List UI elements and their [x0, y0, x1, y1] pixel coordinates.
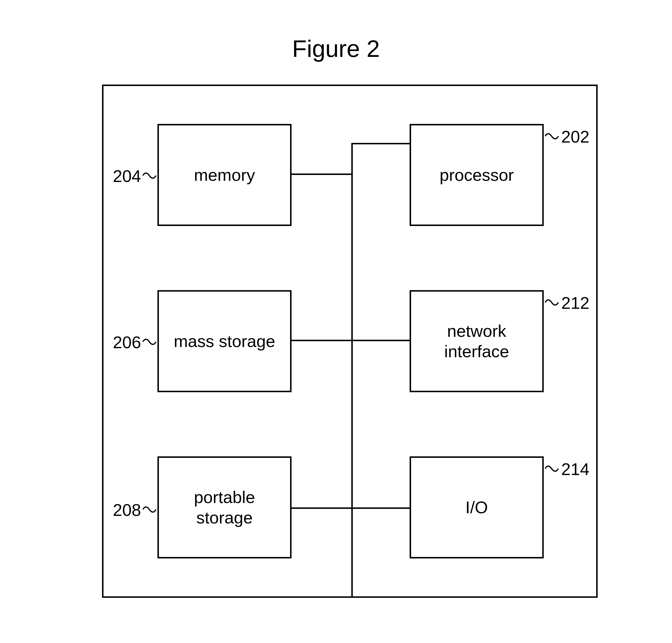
- ref-portable-storage: 208: [113, 500, 141, 520]
- connector-processor: [352, 143, 411, 144]
- ref-mass-storage: 206: [113, 332, 141, 352]
- block-memory: memory: [157, 124, 292, 226]
- ref-io: 214: [561, 459, 589, 479]
- squiggle-io: [544, 462, 560, 475]
- connector-mass-storage: [292, 340, 352, 341]
- squiggle-memory: [142, 169, 157, 182]
- figure-title: Figure 2: [292, 35, 380, 62]
- block-portable-storage: portable storage: [157, 456, 292, 558]
- block-io: I/O: [410, 456, 544, 558]
- squiggle-mass-storage: [142, 335, 157, 349]
- ref-memory: 204: [113, 166, 141, 186]
- connector-portable-storage: [292, 507, 352, 509]
- block-network-interface-label: network interface: [444, 321, 509, 361]
- squiggle-processor: [544, 130, 560, 143]
- system-container: memory mass storage portable storage pro…: [102, 85, 598, 598]
- bus-vertical: [351, 143, 353, 596]
- block-network-interface: network interface: [410, 290, 544, 392]
- connector-network-interface: [352, 340, 411, 341]
- block-io-label: I/O: [465, 497, 488, 518]
- ref-processor: 202: [561, 127, 589, 146]
- block-mass-storage: mass storage: [157, 290, 292, 392]
- block-processor-label: processor: [440, 165, 514, 185]
- block-memory-label: memory: [194, 165, 255, 185]
- connector-io: [352, 507, 411, 509]
- connector-memory: [292, 173, 352, 175]
- block-processor: processor: [410, 124, 544, 226]
- ref-network-interface: 212: [561, 293, 589, 313]
- squiggle-portable-storage: [142, 503, 157, 516]
- block-portable-storage-label: portable storage: [194, 487, 255, 527]
- squiggle-network-interface: [544, 296, 560, 309]
- block-mass-storage-label: mass storage: [174, 331, 275, 351]
